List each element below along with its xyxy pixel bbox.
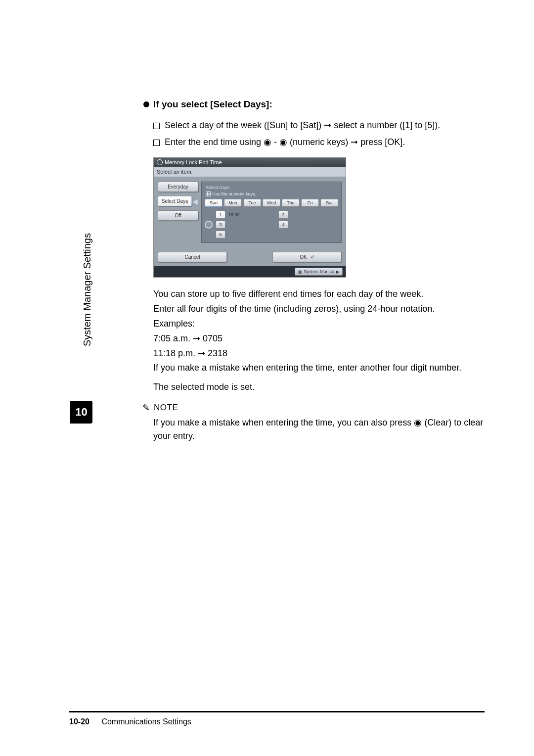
slot-3-value[interactable]: --:--: [228, 222, 275, 227]
ok-button[interactable]: OK ⤶: [272, 252, 342, 262]
chevron-right-icon: ▶: [336, 270, 339, 274]
option-select-days[interactable]: Select Days: [158, 196, 192, 206]
bullet-icon: [143, 101, 149, 107]
slot-2-value[interactable]: --:--: [291, 212, 338, 217]
day-thu[interactable]: Thu: [282, 199, 300, 207]
slot-1-value[interactable]: 18:00: [228, 212, 275, 217]
slot-3[interactable]: 3: [216, 221, 225, 229]
explain-line-3: Examples:: [153, 317, 485, 331]
screen-title: Memory Lock End Time: [165, 159, 222, 165]
screen-header: Memory Lock End Time: [154, 158, 346, 167]
pencil-icon: ✎: [142, 402, 150, 413]
checkbox-icon: [153, 123, 160, 129]
footer-section: Communications Settings: [101, 717, 191, 726]
heading-text: If you select [Select Days]:: [153, 99, 272, 110]
checkbox-icon: [153, 140, 160, 146]
system-monitor-button[interactable]: ▦ System Monitor ▶: [295, 268, 343, 276]
slot-4-value[interactable]: --:--: [291, 222, 338, 227]
note-label: NOTE: [154, 403, 178, 413]
screen-subtitle: Select an item.: [154, 167, 346, 177]
clock-icon: [205, 221, 213, 229]
slot-5[interactable]: 5: [216, 231, 225, 238]
sidebar-vertical-label: System Manager Settings: [82, 233, 93, 346]
day-tue[interactable]: Tue: [243, 199, 261, 207]
chapter-tab: 10: [70, 401, 92, 424]
return-icon: ⤶: [310, 254, 314, 260]
day-fri[interactable]: Fri: [301, 199, 319, 207]
option-everyday[interactable]: Everyday: [158, 182, 198, 192]
option-off[interactable]: Off: [158, 210, 198, 221]
day-sun[interactable]: Sun: [205, 199, 222, 207]
checklist-item-1: Select a day of the week ([Sun] to [Sat]…: [165, 120, 440, 131]
explain-line-5: 11:18 p.m. ➞ 2318: [153, 347, 485, 361]
page-footer: 10-20 Communications Settings: [69, 711, 485, 726]
arrow-left-icon: ◀: [192, 197, 198, 205]
explain-line-2: Enter all four digits of the time (inclu…: [153, 302, 485, 316]
numeric-keys-icon: [206, 191, 211, 196]
explain-line-4: 7:05 a.m. ➞ 0705: [153, 332, 485, 346]
panel-title: Select Days: [204, 184, 339, 191]
slot-2[interactable]: 2: [278, 211, 288, 219]
embedded-screenshot: Memory Lock End Time Select an item. Eve…: [153, 157, 346, 278]
explain-line-6: If you make a mistake when entering the …: [153, 361, 485, 375]
day-mon[interactable]: Mon: [224, 199, 242, 207]
panel-subtitle: Use the numeric keys.: [212, 191, 256, 196]
cancel-button[interactable]: Cancel: [158, 252, 227, 262]
explain-line-1: You can store up to five different end t…: [153, 287, 485, 301]
page-number: 10-20: [69, 717, 89, 726]
header-icon: [157, 159, 163, 165]
slot-4[interactable]: 4: [278, 221, 288, 229]
day-sat[interactable]: Sat: [320, 199, 338, 207]
slot-5-value[interactable]: --:--: [228, 232, 275, 237]
day-wed[interactable]: Wed: [263, 199, 280, 207]
checklist-item-2: Enter the end time using ◉ - ◉ (numeric …: [165, 137, 405, 147]
note-text: If you make a mistake when entering the …: [153, 416, 485, 443]
slot-1[interactable]: 1: [216, 211, 225, 219]
mode-set-text: The selected mode is set.: [153, 382, 485, 392]
